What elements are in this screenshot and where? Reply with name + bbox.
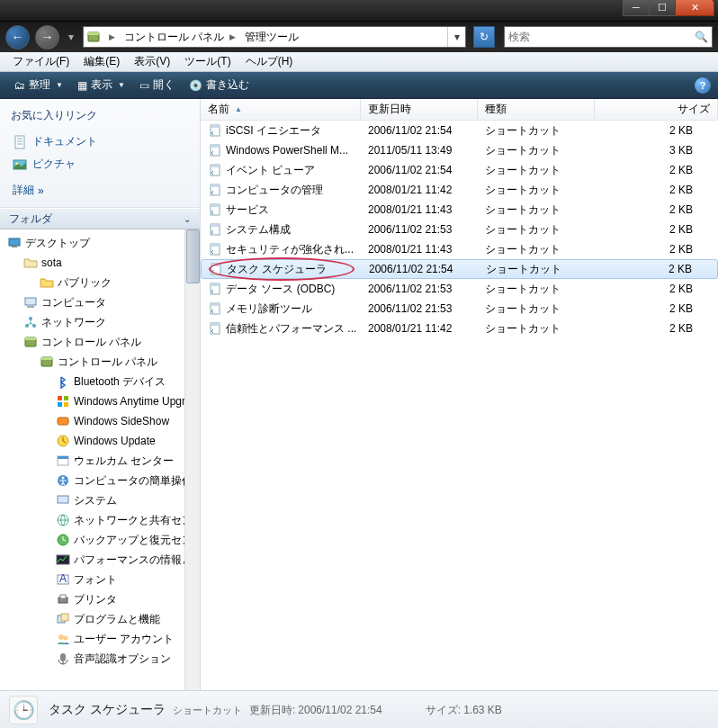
forward-button[interactable]: → [35,25,59,49]
tree-item[interactable]: ネットワークと共有セン [0,510,200,530]
menu-file[interactable]: ファイル(F) [5,52,76,71]
backup-icon [56,533,70,547]
file-date: 2006/11/02 21:53 [361,302,478,315]
tree-item[interactable]: コンピュータ [0,292,200,312]
favorite-documents[interactable]: ドキュメント [11,130,189,153]
tree-item[interactable]: Windows SideShow [0,411,200,431]
breadcrumb-item[interactable]: コントロール パネル▶ [121,27,241,47]
file-row[interactable]: データ ソース (ODBC)2006/11/02 21:53ショートカット2 K… [201,279,718,299]
tree-item[interactable]: ユーザー アカウント [0,629,200,649]
sideshow-icon [56,414,70,428]
file-type: ショートカット [478,282,595,297]
tree-item[interactable]: デスクトップ [0,233,200,253]
svg-point-14 [29,317,32,320]
tree-item[interactable]: ネットワーク [0,312,200,332]
file-size: 2 KB [595,164,718,176]
tree-item[interactable]: コントロール パネル [0,332,200,352]
folders-toggle[interactable]: フォルダ ⌄ [0,208,200,229]
documents-icon [13,135,27,149]
tree-item-label: システム [74,493,117,508]
toolbar-organize[interactable]: 🗂 整理▼ [7,76,70,94]
search-box[interactable]: 🔍 [504,26,713,48]
file-row[interactable]: セキュリティが強化され...2008/01/21 11:43ショートカット2 K… [201,239,718,259]
svg-rect-47 [211,165,220,167]
scroll-thumb[interactable] [186,229,200,283]
search-icon[interactable]: 🔍 [695,31,708,43]
svg-rect-29 [58,496,68,503]
favorite-pictures[interactable]: ピクチャ [11,153,189,175]
file-size: 2 KB [595,124,718,137]
perf-icon [56,553,70,567]
tree-item-label: コンピュータの簡単操作セ [74,473,200,489]
minimize-button[interactable]: ─ [623,0,650,16]
column-header-name[interactable]: 名前▲ [201,99,361,120]
tree-item[interactable]: パフォーマンスの情報とツ [0,550,200,570]
tree-item[interactable]: sota [0,253,200,273]
menu-edit[interactable]: 編集(E) [76,52,127,71]
close-button[interactable]: ✕ [675,0,714,16]
address-dropdown[interactable]: ▾ [447,27,465,47]
file-type: ショートカット [478,183,595,198]
tree-item[interactable]: コントロール パネル [0,352,200,372]
column-header-date[interactable]: 更新日時 [361,99,478,120]
menubar: ファイル(F) 編集(E) 表示(V) ツール(T) ヘルプ(H) [0,52,718,72]
netshare-icon [56,513,70,527]
file-row[interactable]: メモリ診断ツール2006/11/02 21:53ショートカット2 KB [201,299,718,319]
breadcrumb-root-arrow[interactable]: ▶ [103,27,121,47]
nav-history-dropdown[interactable]: ▾ [65,29,77,45]
tree-item[interactable]: バックアップと復元セン [0,530,200,550]
status-type: ショートカット [173,704,242,717]
menu-help[interactable]: ヘルプ(H) [238,52,301,71]
system-icon [56,493,70,508]
column-header-type[interactable]: 種類 [478,99,595,120]
file-row[interactable]: タスク スケジューラ2006/11/02 21:54ショートカット2 KB [201,259,718,279]
file-date: 2006/11/02 21:54 [362,263,479,275]
file-name: イベント ビューア [226,163,315,178]
svg-rect-41 [60,653,66,661]
address-bar[interactable]: ▶ コントロール パネル▶ 管理ツール ▾ [83,26,466,48]
tree-item[interactable]: 音声認識オプション [0,649,200,669]
file-date: 2008/01/21 11:42 [361,322,478,335]
tree-item[interactable]: Windows Update [0,431,200,451]
file-name: コンピュータの管理 [226,183,323,198]
folder-y-icon [40,275,54,290]
statusbar: 🕒 タスク スケジューラ ショートカット 更新日時: 2006/11/02 21… [0,690,718,728]
tree-item[interactable]: Windows Anytime Upgr [0,391,200,411]
tree-item-label: 音声認識オプション [74,652,171,667]
folder-tree[interactable]: デスクトップsotaパブリックコンピュータネットワークコントロール パネルコント… [0,229,200,690]
tree-item[interactable]: ウェルカム センター [0,451,200,471]
pictures-icon [13,157,27,172]
tree-item[interactable]: Aフォント [0,570,200,589]
tree-item[interactable]: プログラムと機能 [0,609,200,629]
tree-item[interactable]: システム [0,490,200,510]
menu-view[interactable]: 表示(V) [127,52,177,71]
tree-item[interactable]: Bluetooth デバイス [0,372,200,391]
toolbar-view[interactable]: ▦ 表示▼ [70,76,132,94]
menu-tools[interactable]: ツール(T) [177,52,238,71]
back-button[interactable]: ← [5,25,30,49]
favorites-more[interactable]: 詳細 » [11,179,189,202]
file-row[interactable]: コンピュータの管理2008/01/21 11:42ショートカット2 KB [201,180,718,200]
shortcut-icon [208,282,222,296]
breadcrumb-item[interactable]: 管理ツール [241,27,302,47]
maximize-button[interactable]: ☐ [649,0,676,16]
file-row[interactable]: 信頼性とパフォーマンス ...2008/01/21 11:42ショートカット2 … [201,319,718,338]
file-list[interactable]: iSCSI イニシエータ2006/11/02 21:54ショートカット2 KBW… [201,121,718,690]
tree-item[interactable]: コンピュータの簡単操作セ [0,471,200,490]
file-row[interactable]: システム構成2006/11/02 21:53ショートカット2 KB [201,220,718,239]
file-row[interactable]: イベント ビューア2006/11/02 21:54ショートカット2 KB [201,160,718,180]
toolbar-help-button[interactable]: ? [695,77,711,94]
tree-item[interactable]: パブリック [0,273,200,292]
chevron-right-icon: » [38,184,44,197]
file-type: ショートカット [478,242,595,257]
file-row[interactable]: Windows PowerShell M...2011/05/11 13:49シ… [201,140,718,160]
toolbar-open[interactable]: ▭ 開く [132,76,182,94]
refresh-button[interactable]: ↻ [473,26,495,48]
tree-item[interactable]: プリンタ [0,589,200,609]
tree-scrollbar[interactable] [184,229,200,690]
file-row[interactable]: iSCSI イニシエータ2006/11/02 21:54ショートカット2 KB [201,121,718,140]
toolbar-burn[interactable]: 💿 書き込む [182,76,256,94]
file-row[interactable]: サービス2008/01/21 11:43ショートカット2 KB [201,200,718,220]
column-header-size[interactable]: サイズ [595,99,718,120]
search-input[interactable] [508,31,695,43]
